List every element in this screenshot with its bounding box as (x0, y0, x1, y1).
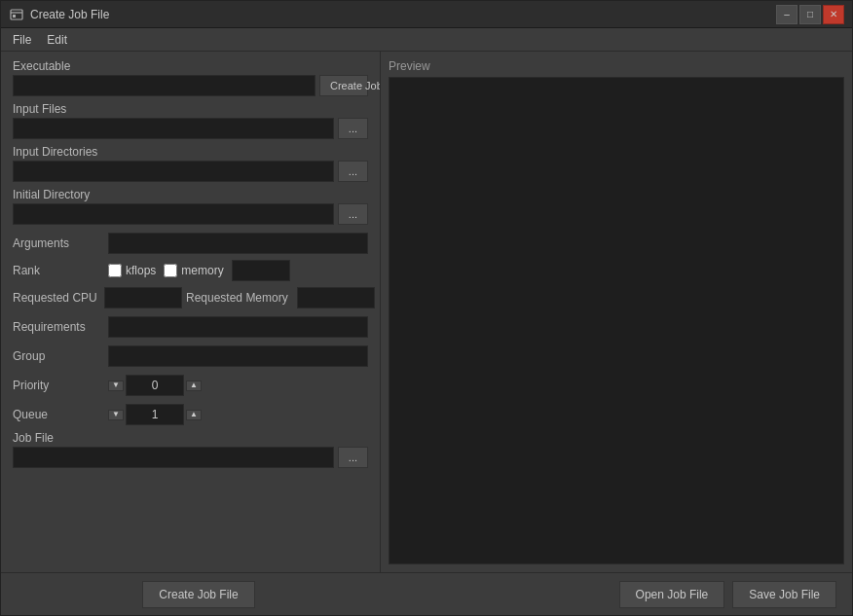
right-panel: Preview (381, 52, 852, 572)
requested-cpu-input[interactable] (104, 287, 182, 308)
rank-kflops-checkbox[interactable] (108, 264, 122, 277)
input-dirs-label: Input Directories (13, 145, 368, 159)
input-files-row: ... (13, 118, 368, 139)
menu-edit[interactable]: Edit (39, 31, 75, 49)
requested-cpu-label: Requested CPU (13, 291, 100, 305)
queue-up-btn-wrapper: ▲ (186, 410, 202, 420)
rank-memory-checkbox-item[interactable]: memory (164, 264, 223, 277)
close-button[interactable]: ✕ (823, 5, 844, 24)
initial-dir-browse-button[interactable]: ... (338, 203, 368, 225)
bottom-right: Open Job File Save Job File (389, 581, 844, 608)
svg-rect-2 (13, 15, 16, 18)
rank-memory-checkbox[interactable] (164, 264, 177, 277)
cpu-memory-row: Requested CPU Requested Memory (13, 287, 368, 308)
initial-dir-label: Initial Directory (13, 188, 368, 201)
rank-kflops-label: kflops (126, 264, 156, 277)
menu-bar: File Edit (1, 28, 852, 52)
job-file-row: ... (13, 447, 368, 468)
main-window: Create Job File – □ ✕ File Edit Executab… (0, 0, 853, 616)
executable-browse-button[interactable]: Create Job File (319, 75, 368, 96)
executable-label: Executable (13, 59, 368, 73)
priority-down-button[interactable]: ▼ (108, 380, 124, 391)
bottom-bar: Create Job File Open Job File Save Job F… (1, 572, 852, 615)
input-dirs-browse-button[interactable]: ... (338, 161, 368, 182)
rank-row: Rank kflops memory (13, 260, 368, 281)
menu-file[interactable]: File (5, 31, 39, 49)
executable-input[interactable] (13, 75, 315, 96)
queue-spinner: ▼ ▲ (108, 404, 202, 425)
input-files-browse-button[interactable]: ... (338, 118, 368, 139)
arguments-row: Arguments (13, 233, 368, 254)
svg-rect-0 (11, 10, 22, 19)
arguments-label: Arguments (13, 236, 100, 250)
rank-memory-label: memory (181, 264, 223, 277)
input-files-input[interactable] (13, 118, 334, 139)
job-file-group: Job File ... (13, 431, 368, 468)
job-file-input[interactable] (13, 447, 334, 468)
window-title: Create Job File (30, 8, 776, 21)
input-files-label: Input Files (13, 102, 368, 116)
left-panel: Executable Create Job File Input Files .… (1, 52, 381, 572)
priority-up-btn-wrapper: ▲ (186, 380, 202, 391)
bottom-left: Create Job File (9, 581, 389, 608)
queue-down-button[interactable]: ▼ (108, 410, 124, 420)
app-icon (9, 7, 24, 22)
requirements-label: Requirements (13, 320, 100, 334)
group-row: Group (13, 345, 368, 367)
group-input[interactable] (108, 345, 368, 367)
priority-spinner: ▼ ▲ (108, 375, 202, 396)
priority-input[interactable] (126, 375, 184, 396)
minimize-button[interactable]: – (776, 5, 797, 24)
job-file-label: Job File (13, 431, 368, 445)
rank-input[interactable] (232, 260, 290, 281)
queue-input[interactable] (126, 404, 184, 425)
priority-down-btn-wrapper: ▼ (108, 380, 124, 391)
initial-dir-input[interactable] (13, 203, 334, 225)
arguments-input[interactable] (108, 233, 368, 254)
input-dirs-row: ... (13, 161, 368, 182)
title-bar: Create Job File – □ ✕ (1, 1, 852, 28)
initial-dir-row: ... (13, 203, 368, 225)
save-job-file-button[interactable]: Save Job File (732, 581, 836, 608)
requirements-row: Requirements (13, 316, 368, 338)
create-job-file-button[interactable]: Create Job File (142, 581, 254, 608)
executable-row: Create Job File (13, 75, 368, 96)
preview-label: Preview (389, 59, 844, 73)
input-dirs-input[interactable] (13, 161, 334, 182)
priority-label: Priority (13, 379, 100, 392)
requested-memory-label: Requested Memory (186, 291, 293, 305)
requirements-input[interactable] (108, 316, 368, 338)
rank-kflops-checkbox-item[interactable]: kflops (108, 264, 156, 277)
input-dirs-group: Input Directories ... (13, 145, 368, 182)
priority-row: Priority ▼ ▲ (13, 375, 368, 396)
queue-down-btn-wrapper: ▼ (108, 410, 124, 420)
initial-dir-group: Initial Directory ... (13, 188, 368, 225)
priority-up-button[interactable]: ▲ (186, 380, 202, 391)
group-label: Group (13, 349, 100, 363)
content-area: Executable Create Job File Input Files .… (1, 52, 852, 572)
preview-area (389, 77, 844, 564)
requested-memory-input[interactable] (297, 287, 375, 308)
job-file-browse-button[interactable]: ... (338, 447, 368, 468)
window-controls: – □ ✕ (776, 5, 844, 24)
open-job-file-button[interactable]: Open Job File (619, 581, 725, 608)
executable-group: Executable Create Job File (13, 59, 368, 96)
maximize-button[interactable]: □ (799, 5, 821, 24)
queue-up-button[interactable]: ▲ (186, 410, 202, 420)
input-files-group: Input Files ... (13, 102, 368, 139)
queue-label: Queue (13, 408, 100, 421)
queue-row: Queue ▼ ▲ (13, 404, 368, 425)
rank-label: Rank (13, 264, 100, 277)
